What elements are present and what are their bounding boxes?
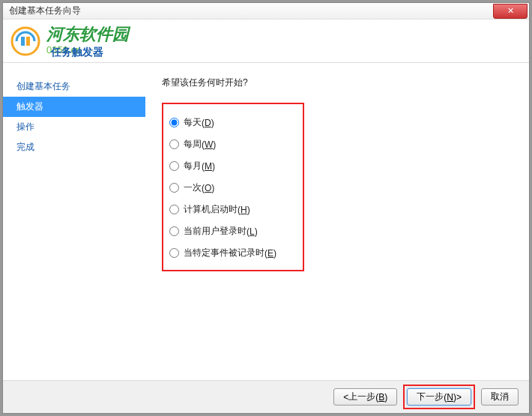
wizard-window: 创建基本任务向导 ✕ 河东软件园 0359.cn 任务触发器 创建基本任务 触发… xyxy=(2,2,530,414)
option-once[interactable]: 一次(O) xyxy=(166,177,303,199)
close-icon: ✕ xyxy=(507,6,514,16)
radio-daily[interactable] xyxy=(169,118,179,127)
wizard-body: 创建基本任务 触发器 操作 完成 希望该任务何时开始? 每天(D) 每周(W) … xyxy=(3,63,529,380)
radio-startup[interactable] xyxy=(169,205,179,214)
sidebar-item-trigger[interactable]: 触发器 xyxy=(3,97,145,117)
radio-event[interactable] xyxy=(169,248,179,258)
option-event[interactable]: 当特定事件被记录时(E) xyxy=(166,242,303,264)
option-monthly[interactable]: 每月(M) xyxy=(166,155,303,177)
option-startup[interactable]: 计算机启动时(H) xyxy=(166,199,303,220)
window-title: 创建基本任务向导 xyxy=(9,4,81,17)
sidebar-item-create[interactable]: 创建基本任务 xyxy=(3,76,145,97)
brand-name: 河东软件园 xyxy=(46,26,129,43)
next-highlight-box: 下一步(N) > xyxy=(403,385,475,409)
content-area: 希望该任务何时开始? 每天(D) 每周(W) 每月(M) 一次(O) xyxy=(145,63,529,380)
options-highlight-box: 每天(D) 每周(W) 每月(M) 一次(O) 计算机启动时(H) xyxy=(162,103,304,271)
close-button[interactable]: ✕ xyxy=(493,4,528,19)
radio-logon[interactable] xyxy=(169,226,179,236)
wizard-footer: <上一步(B) 下一步(N) > 取消 xyxy=(3,380,529,413)
radio-weekly[interactable] xyxy=(169,139,179,149)
back-button[interactable]: <上一步(B) xyxy=(333,388,397,406)
svg-rect-1 xyxy=(21,37,25,46)
sidebar: 创建基本任务 触发器 操作 完成 xyxy=(3,63,145,380)
wizard-header: 河东软件园 0359.cn 任务触发器 xyxy=(3,19,529,63)
option-weekly[interactable]: 每周(W) xyxy=(166,133,303,155)
trigger-question: 希望该任务何时开始? xyxy=(162,76,529,89)
svg-rect-2 xyxy=(26,37,30,46)
radio-once[interactable] xyxy=(169,183,179,193)
sidebar-item-finish[interactable]: 完成 xyxy=(3,137,145,157)
logo-icon xyxy=(10,26,40,56)
sidebar-item-action[interactable]: 操作 xyxy=(3,117,145,137)
option-daily[interactable]: 每天(D) xyxy=(166,112,303,133)
cancel-button[interactable]: 取消 xyxy=(481,388,519,406)
option-logon[interactable]: 当前用户登录时(L) xyxy=(166,220,303,242)
titlebar: 创建基本任务向导 ✕ xyxy=(3,3,529,19)
next-button[interactable]: 下一步(N) > xyxy=(407,388,471,406)
radio-monthly[interactable] xyxy=(169,161,179,171)
header-subtitle: 任务触发器 xyxy=(51,46,103,59)
